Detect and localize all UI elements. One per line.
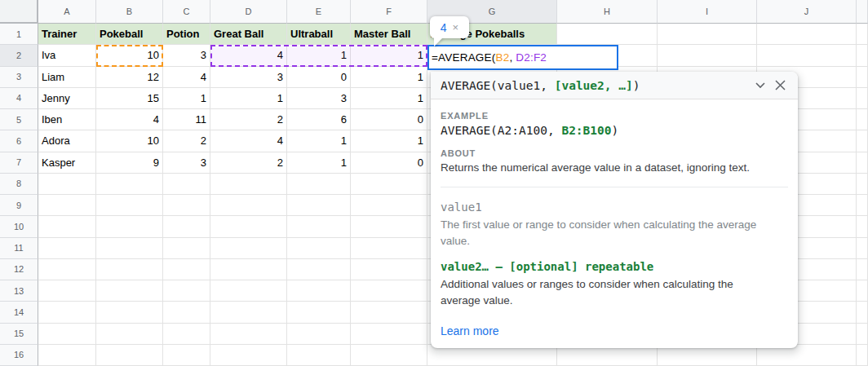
row-header-15[interactable]: 15 xyxy=(0,324,38,345)
cell-K16[interactable] xyxy=(857,345,868,366)
learn-more-link[interactable]: Learn more xyxy=(441,324,499,337)
cell-C13[interactable] xyxy=(163,280,210,302)
cell-B10[interactable] xyxy=(96,216,163,237)
cell-A16[interactable] xyxy=(38,345,96,366)
row-header-10[interactable]: 10 xyxy=(0,216,38,237)
cell-B15[interactable] xyxy=(96,324,163,345)
cell-C12[interactable] xyxy=(163,259,210,280)
cell-B16[interactable] xyxy=(96,345,163,366)
row-header-16[interactable]: 16 xyxy=(0,345,38,366)
row-header-11[interactable]: 11 xyxy=(0,238,38,259)
cell-A1[interactable]: Trainer xyxy=(38,24,96,45)
cell-F9[interactable] xyxy=(351,195,427,216)
cell-formula-editor[interactable]: =AVERAGE(B2, D2:F2 xyxy=(427,45,618,70)
cell-E14[interactable] xyxy=(287,302,351,323)
cell-D16[interactable] xyxy=(210,345,287,366)
cell-F13[interactable] xyxy=(351,280,427,302)
cell-F5[interactable]: 0 xyxy=(351,109,427,130)
cell-A6[interactable]: Adora xyxy=(38,130,96,152)
cell-D15[interactable] xyxy=(210,324,287,345)
cell-A11[interactable] xyxy=(38,238,96,259)
cell-B5[interactable]: 4 xyxy=(96,109,163,130)
row-header-2[interactable]: 2 xyxy=(0,45,38,66)
cell-E1[interactable]: Ultraball xyxy=(287,24,351,45)
cell-K13[interactable] xyxy=(857,280,868,302)
cell-B6[interactable]: 10 xyxy=(96,130,163,152)
row-header-5[interactable]: 5 xyxy=(0,109,38,130)
cell-K8[interactable] xyxy=(857,174,868,195)
cell-K5[interactable] xyxy=(857,109,868,130)
cell-A3[interactable]: Liam xyxy=(38,67,96,88)
cell-E10[interactable] xyxy=(287,216,351,237)
cell-E16[interactable] xyxy=(287,345,351,366)
cell-A4[interactable]: Jenny xyxy=(38,88,96,109)
cell-D4[interactable]: 1 xyxy=(210,88,287,109)
cell-C8[interactable] xyxy=(163,174,210,195)
cell-D11[interactable] xyxy=(210,238,287,259)
cell-K7[interactable] xyxy=(857,152,868,174)
cell-A10[interactable] xyxy=(38,216,96,237)
cell-A2[interactable]: Iva xyxy=(38,45,96,66)
column-header-B[interactable]: B xyxy=(96,0,163,24)
cell-F11[interactable] xyxy=(351,238,427,259)
cell-B13[interactable] xyxy=(96,280,163,302)
cell-K14[interactable] xyxy=(857,302,868,323)
cell-I1[interactable] xyxy=(658,24,757,45)
cell-E13[interactable] xyxy=(287,280,351,302)
cell-B1[interactable]: Pokeball xyxy=(96,24,163,45)
row-header-8[interactable]: 8 xyxy=(0,174,38,195)
cell-J1[interactable] xyxy=(757,24,857,45)
cell-A12[interactable] xyxy=(38,259,96,280)
cell-C9[interactable] xyxy=(163,195,210,216)
cell-E4[interactable]: 3 xyxy=(287,88,351,109)
cell-C4[interactable]: 1 xyxy=(163,88,210,109)
row-header-14[interactable]: 14 xyxy=(0,302,38,323)
cell-C2[interactable]: 3 xyxy=(163,45,210,66)
column-header-H[interactable]: H xyxy=(557,0,658,24)
chevron-down-icon[interactable] xyxy=(751,76,770,95)
cell-C15[interactable] xyxy=(163,324,210,345)
cell-D12[interactable] xyxy=(210,259,287,280)
cell-B12[interactable] xyxy=(96,259,163,280)
column-header-F[interactable]: F xyxy=(351,0,427,24)
cell-K3[interactable] xyxy=(857,67,868,88)
cell-E8[interactable] xyxy=(287,174,351,195)
column-header-D[interactable]: D xyxy=(210,0,287,24)
cell-C10[interactable] xyxy=(163,216,210,237)
cell-K1[interactable] xyxy=(857,24,868,45)
cell-K2[interactable] xyxy=(857,45,868,66)
cell-C16[interactable] xyxy=(163,345,210,366)
cell-E11[interactable] xyxy=(287,238,351,259)
cell-F6[interactable]: 1 xyxy=(351,130,427,152)
column-header-A[interactable]: A xyxy=(38,0,96,24)
cell-E9[interactable] xyxy=(287,195,351,216)
close-icon[interactable] xyxy=(770,76,790,95)
cell-D6[interactable]: 4 xyxy=(210,130,287,152)
cell-F8[interactable] xyxy=(351,174,427,195)
cell-F16[interactable] xyxy=(351,345,427,366)
row-header-12[interactable]: 12 xyxy=(0,259,38,280)
cell-F14[interactable] xyxy=(351,302,427,323)
column-header-J[interactable]: J xyxy=(757,0,857,24)
cell-E3[interactable]: 0 xyxy=(287,67,351,88)
cell-F4[interactable]: 1 xyxy=(351,88,427,109)
cell-H1[interactable] xyxy=(557,24,658,45)
cell-D3[interactable]: 3 xyxy=(210,67,287,88)
cell-B11[interactable] xyxy=(96,238,163,259)
column-header-sliver[interactable] xyxy=(857,0,868,24)
cell-K9[interactable] xyxy=(857,195,868,216)
cell-B7[interactable]: 9 xyxy=(96,152,163,174)
cell-B3[interactable]: 12 xyxy=(96,67,163,88)
cell-J2[interactable] xyxy=(757,45,857,66)
cell-D7[interactable]: 2 xyxy=(210,152,287,174)
cell-F7[interactable]: 0 xyxy=(351,152,427,174)
cell-F1[interactable]: Master Ball xyxy=(351,24,427,45)
row-header-9[interactable]: 9 xyxy=(0,195,38,216)
cell-E12[interactable] xyxy=(287,259,351,280)
cell-A5[interactable]: Iben xyxy=(38,109,96,130)
cell-B9[interactable] xyxy=(96,195,163,216)
cell-E5[interactable]: 6 xyxy=(287,109,351,130)
cell-C6[interactable]: 2 xyxy=(163,130,210,152)
cell-F12[interactable] xyxy=(351,259,427,280)
cell-D13[interactable] xyxy=(210,280,287,302)
